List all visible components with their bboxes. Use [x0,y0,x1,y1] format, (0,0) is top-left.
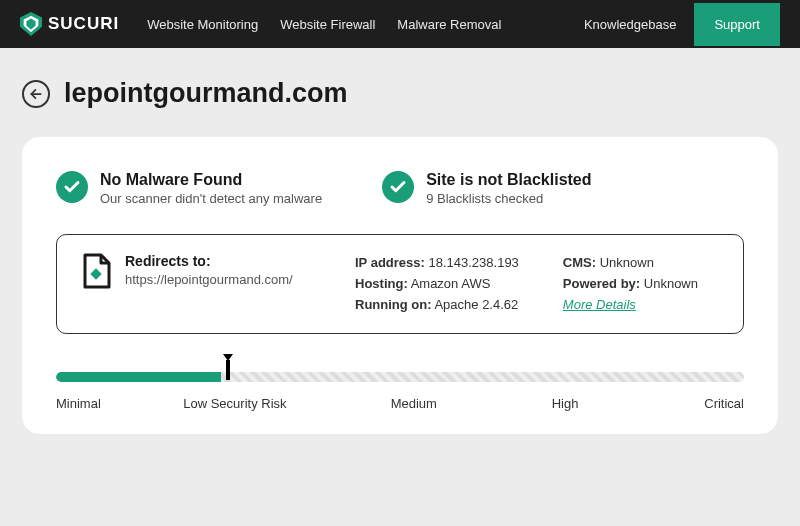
ip-value: 18.143.238.193 [428,255,518,270]
shield-icon [20,12,42,36]
nav-website-monitoring[interactable]: Website Monitoring [147,17,258,32]
top-navbar: SUCURI Website Monitoring Website Firewa… [0,0,800,48]
cms-value: Unknown [600,255,654,270]
risk-label-high: High [552,396,579,411]
ip-label: IP address: [355,255,425,270]
file-icon [81,253,111,289]
blacklist-status: Site is not Blacklisted 9 Blacklists che… [382,171,591,206]
redirect-section: Redirects to: https://lepointgourmand.co… [81,253,311,315]
blacklist-status-title: Site is not Blacklisted [426,171,591,189]
blacklist-status-subtitle: 9 Blacklists checked [426,191,591,206]
knowledgebase-link[interactable]: Knowledgebase [584,17,677,32]
nav-malware-removal[interactable]: Malware Removal [397,17,501,32]
malware-status: No Malware Found Our scanner didn't dete… [56,171,322,206]
malware-status-title: No Malware Found [100,171,322,189]
platform-info: CMS: Unknown Powered by: Unknown More De… [563,253,698,315]
check-icon [382,171,414,203]
primary-nav: Website Monitoring Website Firewall Malw… [147,17,584,32]
risk-label-low: Low Security Risk [183,396,286,411]
cms-label: CMS: [563,255,596,270]
more-details-link[interactable]: More Details [563,297,636,312]
brand-logo[interactable]: SUCURI [20,12,119,36]
risk-marker [226,360,230,380]
hosting-value: Amazon AWS [411,276,491,291]
risk-label-critical: Critical [704,396,744,411]
hosting-label: Hosting: [355,276,408,291]
server-info: IP address: 18.143.238.193 Hosting: Amaz… [355,253,519,315]
malware-status-subtitle: Our scanner didn't detect any malware [100,191,322,206]
powered-value: Unknown [644,276,698,291]
running-value: Apache 2.4.62 [434,297,518,312]
redirect-url: https://lepointgourmand.com/ [125,272,293,287]
powered-label: Powered by: [563,276,640,291]
nav-right: Knowledgebase Support [584,3,780,46]
title-row: lepointgourmand.com [22,78,778,109]
back-button[interactable] [22,80,50,108]
risk-scale: Minimal Low Security Risk Medium High Cr… [56,364,744,414]
nav-website-firewall[interactable]: Website Firewall [280,17,375,32]
running-label: Running on: [355,297,432,312]
risk-track [56,372,744,382]
support-button[interactable]: Support [694,3,780,46]
redirect-label: Redirects to: [125,253,293,269]
result-card: No Malware Found Our scanner didn't dete… [22,137,778,434]
domain-title: lepointgourmand.com [64,78,348,109]
risk-labels: Minimal Low Security Risk Medium High Cr… [56,396,744,414]
page-body: lepointgourmand.com No Malware Found Our… [0,48,800,434]
status-row: No Malware Found Our scanner didn't dete… [56,171,744,206]
check-icon [56,171,88,203]
details-box: Redirects to: https://lepointgourmand.co… [56,234,744,334]
brand-name: SUCURI [48,14,119,34]
risk-fill [56,372,221,382]
risk-label-minimal: Minimal [56,396,101,411]
risk-label-medium: Medium [391,396,437,411]
arrow-left-icon [29,87,43,101]
